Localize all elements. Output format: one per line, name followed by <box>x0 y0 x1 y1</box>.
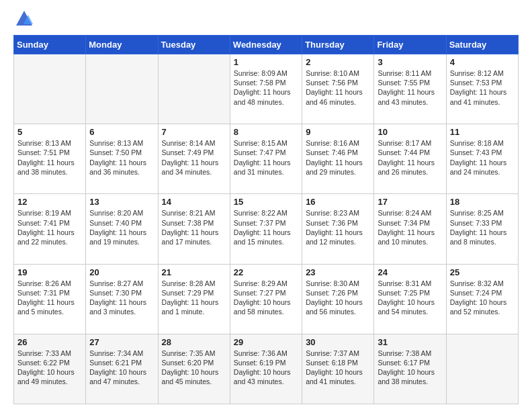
calendar-cell: 5Sunrise: 8:13 AM Sunset: 7:51 PM Daylig… <box>14 124 86 194</box>
weekday-header-wednesday: Wednesday <box>230 36 302 54</box>
cell-info-text: Sunrise: 8:13 AM Sunset: 7:51 PM Dayligh… <box>17 138 82 177</box>
cell-day-number: 31 <box>378 337 442 347</box>
calendar-cell <box>14 54 86 124</box>
calendar-cell: 7Sunrise: 8:14 AM Sunset: 7:49 PM Daylig… <box>158 124 230 194</box>
cell-day-number: 19 <box>17 267 82 277</box>
weekday-header-sunday: Sunday <box>14 36 86 54</box>
calendar-cell: 11Sunrise: 8:18 AM Sunset: 7:43 PM Dayli… <box>446 124 518 194</box>
cell-day-number: 29 <box>234 337 298 347</box>
calendar-cell: 18Sunrise: 8:25 AM Sunset: 7:33 PM Dayli… <box>446 194 518 264</box>
cell-day-number: 6 <box>89 127 154 137</box>
cell-day-number: 27 <box>89 337 154 347</box>
cell-day-number: 21 <box>162 267 226 277</box>
cell-info-text: Sunrise: 8:31 AM Sunset: 7:25 PM Dayligh… <box>378 279 442 317</box>
calendar-cell: 29Sunrise: 7:36 AM Sunset: 6:19 PM Dayli… <box>230 334 302 404</box>
cell-day-number: 25 <box>450 267 515 277</box>
cell-info-text: Sunrise: 7:36 AM Sunset: 6:19 PM Dayligh… <box>234 349 298 387</box>
cell-info-text: Sunrise: 7:33 AM Sunset: 6:22 PM Dayligh… <box>17 349 82 387</box>
cell-day-number: 7 <box>162 127 226 137</box>
calendar-cell <box>86 54 158 124</box>
calendar-table: SundayMondayTuesdayWednesdayThursdayFrid… <box>13 35 519 404</box>
cell-info-text: Sunrise: 8:17 AM Sunset: 7:44 PM Dayligh… <box>378 138 442 177</box>
cell-info-text: Sunrise: 7:38 AM Sunset: 6:17 PM Dayligh… <box>378 349 442 387</box>
cell-info-text: Sunrise: 8:21 AM Sunset: 7:38 PM Dayligh… <box>162 208 226 246</box>
header <box>13 12 519 28</box>
calendar-cell: 25Sunrise: 8:32 AM Sunset: 7:24 PM Dayli… <box>446 264 518 334</box>
cell-day-number: 23 <box>306 267 370 277</box>
calendar-cell: 9Sunrise: 8:16 AM Sunset: 7:46 PM Daylig… <box>302 124 374 194</box>
calendar-cell: 13Sunrise: 8:20 AM Sunset: 7:40 PM Dayli… <box>86 194 158 264</box>
cell-day-number: 12 <box>17 197 82 207</box>
cell-day-number: 5 <box>17 127 82 137</box>
calendar-cell: 6Sunrise: 8:13 AM Sunset: 7:50 PM Daylig… <box>86 124 158 194</box>
calendar-cell: 23Sunrise: 8:30 AM Sunset: 7:26 PM Dayli… <box>302 264 374 334</box>
page: SundayMondayTuesdayWednesdayThursdayFrid… <box>0 0 532 411</box>
cell-day-number: 18 <box>450 197 515 207</box>
calendar-cell: 26Sunrise: 7:33 AM Sunset: 6:22 PM Dayli… <box>14 334 86 404</box>
calendar-cell: 10Sunrise: 8:17 AM Sunset: 7:44 PM Dayli… <box>374 124 446 194</box>
calendar-cell: 17Sunrise: 8:24 AM Sunset: 7:34 PM Dayli… <box>374 194 446 264</box>
cell-info-text: Sunrise: 8:20 AM Sunset: 7:40 PM Dayligh… <box>89 208 154 246</box>
calendar-cell: 21Sunrise: 8:28 AM Sunset: 7:29 PM Dayli… <box>158 264 230 334</box>
cell-day-number: 16 <box>306 197 370 207</box>
cell-info-text: Sunrise: 8:16 AM Sunset: 7:46 PM Dayligh… <box>306 138 370 177</box>
calendar-cell: 31Sunrise: 7:38 AM Sunset: 6:17 PM Dayli… <box>374 334 446 404</box>
cell-info-text: Sunrise: 8:30 AM Sunset: 7:26 PM Dayligh… <box>306 279 370 317</box>
calendar-cell <box>446 334 518 404</box>
cell-info-text: Sunrise: 8:26 AM Sunset: 7:31 PM Dayligh… <box>17 279 82 317</box>
calendar-cell: 20Sunrise: 8:27 AM Sunset: 7:30 PM Dayli… <box>86 264 158 334</box>
cell-info-text: Sunrise: 8:27 AM Sunset: 7:30 PM Dayligh… <box>89 279 154 317</box>
cell-info-text: Sunrise: 8:32 AM Sunset: 7:24 PM Dayligh… <box>450 279 515 317</box>
calendar-cell <box>158 54 230 124</box>
cell-info-text: Sunrise: 8:12 AM Sunset: 7:53 PM Dayligh… <box>450 68 515 107</box>
calendar-cell: 12Sunrise: 8:19 AM Sunset: 7:41 PM Dayli… <box>14 194 86 264</box>
cell-day-number: 8 <box>234 127 298 137</box>
cell-info-text: Sunrise: 8:13 AM Sunset: 7:50 PM Dayligh… <box>89 138 154 177</box>
calendar-week-1: 1Sunrise: 8:09 AM Sunset: 7:58 PM Daylig… <box>14 54 519 124</box>
cell-day-number: 22 <box>234 267 298 277</box>
calendar-cell: 15Sunrise: 8:22 AM Sunset: 7:37 PM Dayli… <box>230 194 302 264</box>
cell-day-number: 14 <box>162 197 226 207</box>
calendar-week-4: 19Sunrise: 8:26 AM Sunset: 7:31 PM Dayli… <box>14 264 519 334</box>
cell-day-number: 20 <box>89 267 154 277</box>
cell-info-text: Sunrise: 8:18 AM Sunset: 7:43 PM Dayligh… <box>450 138 515 177</box>
cell-info-text: Sunrise: 8:24 AM Sunset: 7:34 PM Dayligh… <box>378 208 442 246</box>
weekday-header-tuesday: Tuesday <box>158 36 230 54</box>
calendar-cell: 28Sunrise: 7:35 AM Sunset: 6:20 PM Dayli… <box>158 334 230 404</box>
cell-info-text: Sunrise: 8:11 AM Sunset: 7:55 PM Dayligh… <box>378 68 442 107</box>
cell-day-number: 11 <box>450 127 515 137</box>
weekday-header-thursday: Thursday <box>302 36 374 54</box>
cell-day-number: 4 <box>450 57 515 67</box>
weekday-header-saturday: Saturday <box>446 36 518 54</box>
logo <box>13 12 34 28</box>
calendar-cell: 27Sunrise: 7:34 AM Sunset: 6:21 PM Dayli… <box>86 334 158 404</box>
cell-info-text: Sunrise: 8:10 AM Sunset: 7:56 PM Dayligh… <box>306 68 370 107</box>
calendar-cell: 24Sunrise: 8:31 AM Sunset: 7:25 PM Dayli… <box>374 264 446 334</box>
weekday-header-row: SundayMondayTuesdayWednesdayThursdayFrid… <box>14 36 519 54</box>
cell-day-number: 9 <box>306 127 370 137</box>
cell-info-text: Sunrise: 8:15 AM Sunset: 7:47 PM Dayligh… <box>234 138 298 177</box>
calendar-cell: 30Sunrise: 7:37 AM Sunset: 6:18 PM Dayli… <box>302 334 374 404</box>
cell-day-number: 13 <box>89 197 154 207</box>
calendar-cell: 1Sunrise: 8:09 AM Sunset: 7:58 PM Daylig… <box>230 54 302 124</box>
calendar-cell: 16Sunrise: 8:23 AM Sunset: 7:36 PM Dayli… <box>302 194 374 264</box>
cell-info-text: Sunrise: 8:28 AM Sunset: 7:29 PM Dayligh… <box>162 279 226 317</box>
cell-info-text: Sunrise: 8:29 AM Sunset: 7:27 PM Dayligh… <box>234 279 298 317</box>
cell-day-number: 1 <box>234 57 298 67</box>
calendar-cell: 19Sunrise: 8:26 AM Sunset: 7:31 PM Dayli… <box>14 264 86 334</box>
calendar-cell: 14Sunrise: 8:21 AM Sunset: 7:38 PM Dayli… <box>158 194 230 264</box>
calendar-cell: 2Sunrise: 8:10 AM Sunset: 7:56 PM Daylig… <box>302 54 374 124</box>
calendar-week-2: 5Sunrise: 8:13 AM Sunset: 7:51 PM Daylig… <box>14 124 519 194</box>
cell-day-number: 10 <box>378 127 442 137</box>
cell-day-number: 28 <box>162 337 226 347</box>
weekday-header-friday: Friday <box>374 36 446 54</box>
calendar-cell: 8Sunrise: 8:15 AM Sunset: 7:47 PM Daylig… <box>230 124 302 194</box>
cell-info-text: Sunrise: 7:35 AM Sunset: 6:20 PM Dayligh… <box>162 349 226 387</box>
cell-info-text: Sunrise: 8:19 AM Sunset: 7:41 PM Dayligh… <box>17 208 82 246</box>
logo-icon <box>15 9 34 28</box>
cell-info-text: Sunrise: 8:22 AM Sunset: 7:37 PM Dayligh… <box>234 208 298 246</box>
calendar-week-5: 26Sunrise: 7:33 AM Sunset: 6:22 PM Dayli… <box>14 334 519 404</box>
cell-info-text: Sunrise: 8:23 AM Sunset: 7:36 PM Dayligh… <box>306 208 370 246</box>
calendar-cell: 3Sunrise: 8:11 AM Sunset: 7:55 PM Daylig… <box>374 54 446 124</box>
calendar-cell: 22Sunrise: 8:29 AM Sunset: 7:27 PM Dayli… <box>230 264 302 334</box>
